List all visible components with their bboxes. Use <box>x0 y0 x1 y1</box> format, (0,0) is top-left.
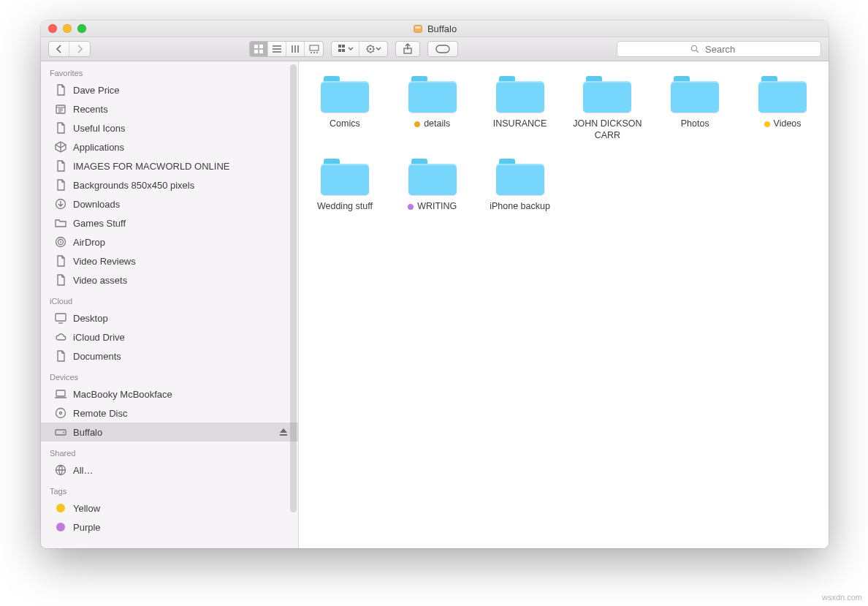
sidebar-section-label: Favorites <box>41 61 298 80</box>
sidebar-item[interactable]: Applications <box>41 137 298 156</box>
zoom-icon[interactable] <box>77 24 86 33</box>
search-field[interactable] <box>617 41 821 57</box>
laptop-icon <box>54 387 67 401</box>
svg-rect-2 <box>254 45 258 48</box>
list-view-button[interactable] <box>268 42 286 56</box>
scrollbar[interactable] <box>290 64 297 512</box>
tags-button[interactable] <box>427 41 458 57</box>
doc-icon <box>54 273 67 287</box>
action-button[interactable] <box>359 42 387 56</box>
share-button[interactable] <box>395 41 420 57</box>
sidebar-item[interactable]: All… <box>41 461 298 480</box>
group-button[interactable] <box>332 42 359 56</box>
folder-item[interactable]: iPhone backup <box>479 159 562 213</box>
sidebar-item-label: Desktop <box>73 313 108 324</box>
folder-item[interactable]: Wedding stuff <box>303 159 387 213</box>
sidebar-item[interactable]: Backgrounds 850x450 pixels <box>41 175 298 194</box>
drive-icon <box>54 425 67 439</box>
sidebar-item[interactable]: Recents <box>41 99 298 118</box>
sidebar-item-label: AirDrop <box>73 237 105 248</box>
doc-icon <box>54 254 67 268</box>
svg-rect-4 <box>254 50 258 53</box>
folder-item[interactable]: INSURANCE <box>479 76 562 141</box>
sidebar-item-label: Dave Price <box>73 85 120 96</box>
traffic-lights <box>48 24 86 33</box>
disc-icon <box>54 406 67 420</box>
sidebar-item[interactable]: Purple <box>41 518 298 537</box>
doc-icon <box>54 121 67 135</box>
sidebar-section-label: Devices <box>41 366 298 385</box>
sidebar-item[interactable]: Useful Icons <box>41 118 298 137</box>
sidebar-item-label: MacBooky McBookface <box>73 389 172 400</box>
eject-icon[interactable] <box>279 428 288 436</box>
doc-icon <box>54 83 67 96</box>
svg-rect-25 <box>56 430 66 435</box>
back-button[interactable] <box>49 42 69 56</box>
sidebar: FavoritesDave PriceRecentsUseful IconsAp… <box>41 61 299 548</box>
sidebar-item[interactable]: Games Stuff <box>41 213 298 232</box>
svg-point-20 <box>60 241 61 243</box>
sidebar-item[interactable]: IMAGES FOR MACWORLD ONLINE <box>41 156 298 175</box>
sidebar-item[interactable]: Dave Price <box>41 80 298 99</box>
sidebar-item-label: Remote Disc <box>73 408 127 419</box>
svg-point-12 <box>370 48 371 50</box>
sidebar-item[interactable]: Documents <box>41 346 298 366</box>
svg-rect-22 <box>56 390 65 396</box>
sidebar-item[interactable]: iCloud Drive <box>41 327 298 346</box>
sidebar-item-label: Video assets <box>73 275 127 286</box>
svg-rect-10 <box>342 49 345 52</box>
sidebar-item-label: iCloud Drive <box>73 332 125 343</box>
folder-item[interactable]: Comics <box>303 76 387 141</box>
svg-point-23 <box>56 409 66 418</box>
downloads-icon <box>54 197 67 211</box>
drive-icon <box>413 23 423 34</box>
cloud-icon <box>54 330 67 344</box>
svg-rect-21 <box>56 314 66 321</box>
search-input[interactable] <box>704 43 747 56</box>
nav-buttons <box>48 41 91 57</box>
folder-icon <box>54 216 67 230</box>
sidebar-item-label: Video Reviews <box>73 256 136 267</box>
folder-item[interactable]: Photos <box>653 76 736 141</box>
sidebar-item-label: All… <box>73 465 93 476</box>
folder-icon <box>671 76 719 113</box>
sidebar-item-label: Buffalo <box>73 427 102 438</box>
titlebar: Buffalo <box>41 20 829 37</box>
svg-point-26 <box>63 432 64 433</box>
gallery-view-button[interactable] <box>305 42 323 56</box>
sidebar-item-label: IMAGES FOR MACWORLD ONLINE <box>73 161 230 172</box>
sidebar-item[interactable]: Buffalo <box>41 423 298 442</box>
tag-icon <box>54 520 67 534</box>
sidebar-item[interactable]: Yellow <box>41 499 298 518</box>
close-icon[interactable] <box>48 24 57 33</box>
folder-icon <box>496 159 544 195</box>
tag-dot-icon <box>408 204 414 210</box>
folder-item[interactable]: Videos <box>741 76 824 141</box>
doc-icon <box>54 349 67 363</box>
column-view-button[interactable] <box>286 42 305 56</box>
sidebar-item-label: Games Stuff <box>73 218 126 229</box>
svg-rect-1 <box>415 26 420 29</box>
sidebar-item[interactable]: Video assets <box>41 270 298 289</box>
sidebar-item[interactable]: Video Reviews <box>41 251 298 270</box>
folder-icon <box>758 76 807 113</box>
folder-label: JOHN DICKSON CARR <box>567 118 647 141</box>
sidebar-item[interactable]: Desktop <box>41 308 298 327</box>
finder-window: Buffalo <box>41 20 829 548</box>
sidebar-item[interactable]: Remote Disc <box>41 404 298 423</box>
icon-view-button[interactable] <box>250 42 268 56</box>
folder-item[interactable]: JOHN DICKSON CARR <box>566 76 650 141</box>
doc-icon <box>54 159 67 173</box>
group-arrange <box>331 41 388 57</box>
desktop-icon <box>54 311 67 325</box>
folder-label: Videos <box>764 118 802 130</box>
folder-item[interactable]: details <box>391 76 474 141</box>
svg-rect-7 <box>338 45 341 48</box>
forward-button[interactable] <box>69 42 90 56</box>
sidebar-item[interactable]: MacBooky McBookface <box>41 385 298 404</box>
minimize-icon[interactable] <box>63 24 72 33</box>
folder-label: INSURANCE <box>493 118 547 130</box>
folder-item[interactable]: WRITING <box>391 159 474 213</box>
sidebar-item[interactable]: AirDrop <box>41 232 298 251</box>
sidebar-item[interactable]: Downloads <box>41 194 298 213</box>
